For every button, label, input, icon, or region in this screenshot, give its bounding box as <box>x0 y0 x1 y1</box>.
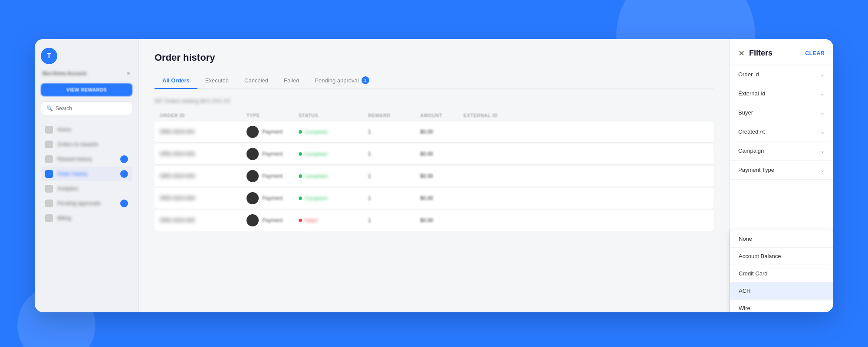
type-icon-4 <box>247 214 259 226</box>
dropdown-option-wire[interactable]: Wire <box>730 300 833 312</box>
filter-section-row-4[interactable]: Campaign ⌄ <box>730 141 833 160</box>
cell-reward-3: 1 <box>368 195 420 201</box>
cell-status-4: Failed <box>299 218 368 223</box>
sidebar-item-icon-0 <box>45 126 53 134</box>
filter-sections: Order Id ⌄ External Id ⌄ Buyer ⌄ Created… <box>730 65 833 180</box>
filter-section-payment-type: Payment Type ⌄ <box>730 160 833 180</box>
filter-chevron-icon-0: ⌄ <box>820 72 825 78</box>
type-label-3: Payment <box>262 195 283 201</box>
tabs-bar: All OrdersExecutedCanceledFailedPending … <box>155 72 713 89</box>
table-header: Order ID Type Status Reward Amount Exter… <box>155 109 713 121</box>
sidebar-item-label-2: Reward history <box>57 156 116 162</box>
sidebar-item-label-6: Billing <box>57 215 128 221</box>
type-icon-0 <box>247 126 259 138</box>
cell-amount-1: $0.00 <box>420 151 464 157</box>
tab-badge-4: 1 <box>362 76 369 84</box>
tab-failed[interactable]: Failed <box>276 73 307 89</box>
filter-chevron-icon-4: ⌄ <box>820 148 825 154</box>
status-label-1: Completed <box>304 151 327 157</box>
tab-executed[interactable]: Executed <box>197 73 237 89</box>
cell-type-1: Payment <box>247 148 299 160</box>
col-header-amount: Amount <box>420 113 464 118</box>
sidebar-item-orders-&-rewards[interactable]: Orders & rewards <box>41 137 132 152</box>
payment-type-dropdown: NoneAccount BalanceCredit CardACHWire <box>730 230 833 312</box>
filter-close-button[interactable]: ✕ <box>738 49 745 57</box>
table-row[interactable]: ORD-2024-001 Payment Completed 1 $0.00 <box>155 121 713 143</box>
table-body: ORD-2024-001 Payment Completed 1 $0.00 O… <box>155 121 713 231</box>
type-label-1: Payment <box>262 151 283 157</box>
status-label-2: Completed <box>304 174 327 179</box>
sidebar-item-billing[interactable]: Billing <box>41 211 132 226</box>
cell-order-id-2: ORD-2024-003 <box>160 173 247 179</box>
type-icon-1 <box>247 148 259 160</box>
table-row[interactable]: ORD-2024-004 Payment Completed 1 $0.00 <box>155 188 713 209</box>
col-header-status: Status <box>299 113 368 118</box>
filter-section-row-5[interactable]: Payment Type ⌄ <box>730 160 833 179</box>
table-row[interactable]: ORD-2024-002 Payment Completed 1 $0.00 <box>155 144 713 165</box>
dropdown-option-account-balance[interactable]: Account Balance <box>730 248 833 265</box>
sidebar-item-order-history[interactable]: Order history <box>41 167 132 181</box>
cell-type-2: Payment <box>247 170 299 182</box>
dropdown-option-none[interactable]: None <box>730 230 833 248</box>
sidebar-nav: Home Orders & rewards Reward history Ord… <box>41 122 132 226</box>
sidebar-search-container[interactable]: 🔍 <box>41 101 132 115</box>
sidebar-item-home[interactable]: Home <box>41 122 132 137</box>
type-label-4: Payment <box>262 217 283 223</box>
sidebar-account-name: Ben Demo Account <box>43 71 86 76</box>
sidebar-account: Ben Demo Account ✕ <box>41 70 132 76</box>
filter-section-row-2[interactable]: Buyer ⌄ <box>730 103 833 122</box>
type-label-2: Payment <box>262 173 283 179</box>
cell-status-3: Completed <box>299 196 368 201</box>
filter-section-label-0: Order Id <box>738 71 759 78</box>
filter-section-order-id: Order Id ⌄ <box>730 65 833 84</box>
sidebar-badge-3 <box>120 170 128 178</box>
sidebar-badge-5 <box>120 200 128 207</box>
filter-section-row-1[interactable]: External Id ⌄ <box>730 84 833 103</box>
table-row[interactable]: ORD-2024-005 Payment Failed 1 $0.00 <box>155 210 713 231</box>
sidebar-item-pending-approvals[interactable]: Pending approvals <box>41 196 132 211</box>
status-dot-4 <box>299 219 302 222</box>
status-dot-0 <box>299 130 302 134</box>
sidebar-item-label-0: Home <box>57 127 128 133</box>
tab-label-1: Executed <box>205 77 229 84</box>
filter-panel: ✕ Filters CLEAR Order Id ⌄ External Id ⌄… <box>729 39 833 312</box>
status-dot-2 <box>299 174 302 178</box>
sidebar-item-analytics[interactable]: Analytics <box>41 181 132 196</box>
sidebar: T Ben Demo Account ✕ VIEW REWARDS 🔍 Home… <box>35 39 139 312</box>
cell-order-id-0: ORD-2024-001 <box>160 129 247 135</box>
col-header-type: Type <box>247 113 299 118</box>
cell-amount-2: $0.00 <box>420 173 464 179</box>
dropdown-option-ach[interactable]: ACH <box>730 282 833 300</box>
search-icon: 🔍 <box>46 105 53 111</box>
tab-label-3: Failed <box>284 77 299 84</box>
cell-reward-0: 1 <box>368 129 420 135</box>
filter-section-label-3: Created At <box>738 128 765 135</box>
cell-order-id-1: ORD-2024-002 <box>160 151 247 157</box>
tab-all-orders[interactable]: All Orders <box>155 73 197 89</box>
table-row[interactable]: ORD-2024-003 Payment Completed 1 $0.00 <box>155 166 713 187</box>
cell-order-id-3: ORD-2024-004 <box>160 195 247 201</box>
tab-pending-approval[interactable]: Pending approval1 <box>307 72 377 89</box>
filter-section-row-0[interactable]: Order Id ⌄ <box>730 65 833 84</box>
cell-reward-2: 1 <box>368 173 420 179</box>
main-content: Order history All OrdersExecutedCanceled… <box>139 39 729 312</box>
filter-section-campaign: Campaign ⌄ <box>730 141 833 160</box>
tab-canceled[interactable]: Canceled <box>237 73 276 89</box>
filter-section-external-id: External Id ⌄ <box>730 84 833 103</box>
type-label-0: Payment <box>262 129 283 135</box>
col-header-reward: Reward <box>368 113 420 118</box>
filter-section-row-3[interactable]: Created At ⌄ <box>730 122 833 141</box>
cell-type-0: Payment <box>247 126 299 138</box>
filter-section-label-4: Campaign <box>738 147 764 154</box>
filter-section-label-5: Payment Type <box>738 167 774 173</box>
view-rewards-button[interactable]: VIEW REWARDS <box>41 83 132 96</box>
dropdown-option-credit-card[interactable]: Credit Card <box>730 265 833 282</box>
sidebar-item-label-1: Orders & rewards <box>57 141 128 147</box>
filter-clear-button[interactable]: CLEAR <box>805 50 825 56</box>
col-header-external-id: External ID <box>464 113 524 118</box>
filter-section-buyer: Buyer ⌄ <box>730 103 833 122</box>
filter-header: ✕ Filters CLEAR <box>730 39 833 65</box>
sidebar-item-icon-1 <box>45 141 53 148</box>
sidebar-item-reward-history[interactable]: Reward history <box>41 152 132 167</box>
search-input[interactable] <box>56 105 127 111</box>
